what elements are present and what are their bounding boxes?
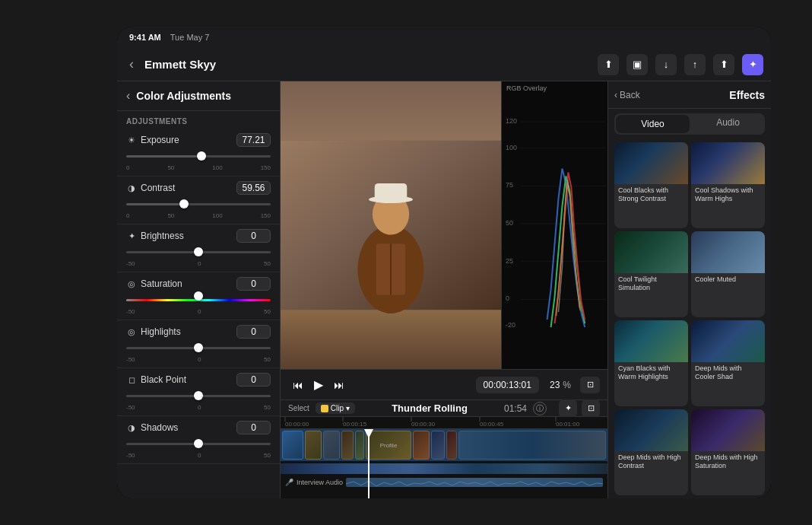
effect-cooler[interactable]: Cooler Muted: [691, 231, 765, 317]
saturation-slider[interactable]: [126, 293, 271, 307]
tab-audio-label: Audio: [716, 117, 740, 128]
clip-thumbnail: Profile: [366, 431, 411, 460]
clip-thumbnail: [282, 431, 303, 460]
clip-icon: [321, 405, 328, 412]
profile-label: Profile: [380, 442, 398, 449]
shadows-label: Shadows: [141, 422, 178, 433]
toolbar-icons: ⬆ ▣ ↓ ↑ ⬆ ✦: [598, 54, 763, 75]
project-title: Emmett Skyy: [144, 58, 592, 71]
black-point-label: Black Point: [141, 374, 186, 385]
exposure-header: ☀ Exposure 77.21: [126, 133, 271, 147]
effect-label: Cyan Blacks with Warm Highlights: [614, 362, 688, 384]
black-point-slider[interactable]: [126, 389, 271, 402]
timecode-display: 00:00:13:01: [476, 377, 539, 393]
svg-text:00:00:15: 00:00:15: [343, 421, 367, 428]
tab-video[interactable]: Video: [616, 115, 690, 133]
share-button[interactable]: ⬆: [598, 54, 619, 75]
play-button[interactable]: ▶: [314, 377, 323, 392]
view-toggle-button[interactable]: ⊡: [580, 377, 600, 393]
magic-wand-button[interactable]: ✦: [559, 399, 577, 418]
tab-audio[interactable]: Audio: [691, 113, 765, 135]
skip-back-button[interactable]: ⏮: [288, 376, 308, 394]
effect-deep-mids[interactable]: Deep Mids with Cooler Shad: [691, 320, 765, 406]
info-button[interactable]: ⓘ: [533, 402, 547, 415]
current-timecode: 00:00:13:01: [484, 380, 531, 390]
saturation-value[interactable]: 0: [236, 277, 271, 291]
skip-forward-button[interactable]: ⏭: [329, 376, 349, 394]
shadows-value[interactable]: 0: [236, 421, 271, 434]
waveform-svg: 120 100 75 50 25 0 -20: [502, 81, 607, 369]
brightness-value[interactable]: 0: [236, 229, 271, 243]
upload-icon: ↑: [693, 59, 698, 70]
playhead[interactable]: [368, 429, 370, 498]
svg-text:120: 120: [506, 117, 517, 125]
brightness-label: Brightness: [141, 231, 184, 241]
black-point-icon: ◻: [126, 374, 137, 385]
back-button[interactable]: ‹: [125, 53, 138, 75]
clip-thumbnail: [458, 431, 606, 460]
contrast-value[interactable]: 59.56: [236, 181, 271, 195]
shadows-slider-labels: -50 0 50: [126, 452, 271, 459]
app-toolbar: ‹ Emmett Skyy ⬆ ▣ ↓ ↑ ⬆ ✦: [117, 48, 771, 81]
highlights-value[interactable]: 0: [236, 325, 271, 339]
shadows-adjustment: ◑ Shadows 0 -50 0 50: [117, 416, 280, 464]
effect-cool-blacks[interactable]: Cool Blacks with Strong Contrast: [614, 142, 688, 228]
shadows-label-group: ◑ Shadows: [126, 422, 178, 433]
brightness-slider[interactable]: [126, 245, 271, 259]
black-point-value[interactable]: 0: [236, 373, 271, 387]
track-duration: 01:54: [504, 403, 527, 414]
effect-label: Deep Mids with High Contrast: [614, 451, 688, 473]
video-area: RGB Overlay 120 100 75 50 25 0 -20: [281, 81, 607, 369]
audio-waveform-svg: [346, 479, 603, 487]
contrast-icon: ◑: [126, 183, 137, 193]
black-point-label-group: ◻ Black Point: [126, 374, 186, 385]
clip-thumbnail: [446, 431, 457, 460]
upload-button[interactable]: ↑: [684, 54, 706, 75]
svg-text:50: 50: [506, 219, 513, 227]
brightness-icon: ✦: [126, 231, 137, 241]
scene-background: [281, 81, 501, 369]
effect-cyan-blacks[interactable]: Cyan Blacks with Warm Highlights: [614, 320, 688, 406]
video-frame-svg: [281, 81, 501, 369]
exposure-label: Exposure: [141, 135, 179, 145]
export-button[interactable]: ⬆: [713, 54, 734, 75]
contrast-label: Contrast: [141, 183, 175, 193]
shadows-icon: ◑: [126, 422, 137, 433]
mic-button[interactable]: ↓: [655, 54, 677, 75]
svg-text:25: 25: [506, 257, 513, 265]
camera-icon: ▣: [633, 59, 642, 70]
effect-cool-shadows[interactable]: Cool Shadows with Warm Highs: [691, 142, 765, 228]
shadows-slider[interactable]: [126, 437, 271, 450]
effect-twilight[interactable]: Cool Twilight Simulation: [614, 231, 688, 317]
effect-label: Cool Twilight Simulation: [614, 273, 688, 295]
svg-text:00:00:45: 00:00:45: [480, 421, 504, 428]
effects-back-button[interactable]: ‹ Back: [614, 90, 640, 100]
effect-deep-mids-hc[interactable]: Deep Mids with High Contrast: [614, 409, 688, 495]
brightness-adjustment: ✦ Brightness 0 -50 0 50: [117, 224, 280, 272]
clip-thumbnail: [413, 431, 430, 460]
contrast-adjustment: ◑ Contrast 59.56 0 50 100 150: [117, 177, 280, 224]
saturation-adjustment: ◎ Saturation 0 -50 0 50: [117, 272, 280, 320]
magic-button[interactable]: ✦: [742, 54, 763, 75]
camera-button[interactable]: ▣: [626, 54, 648, 75]
highlights-label-group: ◎ Highlights: [126, 326, 181, 337]
highlights-slider[interactable]: [126, 341, 271, 355]
highlights-icon: ◎: [126, 326, 137, 337]
exposure-value[interactable]: 77.21: [236, 133, 271, 147]
effect-deep-mids-hs[interactable]: Deep Mids with High Saturation: [691, 409, 765, 495]
zoom-unit: %: [563, 380, 571, 390]
effect-label: Deep Mids with Cooler Shad: [691, 362, 765, 384]
ruler-svg: 00:00:00 00:00:15 00:00:30 00:00:45 00:0…: [282, 417, 607, 429]
clip-button[interactable]: Clip ▾: [316, 402, 355, 414]
effects-tabs: Video Audio: [614, 113, 765, 135]
timeline-header: Select Clip ▾ Thunder Rolling 01:54 ⓘ ✦ …: [281, 400, 607, 417]
fullscreen-button[interactable]: ⊡: [582, 399, 600, 418]
waveform-label: RGB Overlay: [502, 81, 551, 95]
timeline-controls: ✦ ⊡: [559, 399, 600, 418]
exposure-slider[interactable]: [126, 149, 271, 163]
panel-back-button[interactable]: ‹: [126, 89, 130, 103]
svg-text:100: 100: [506, 144, 517, 151]
contrast-slider[interactable]: [126, 197, 271, 211]
effects-grid: Cool Blacks with Strong Contrast Cool Sh…: [608, 139, 771, 498]
device-frame: 9:41 AM Tue May 7 ‹ Emmett Skyy ⬆ ▣ ↓ ↑ …: [117, 27, 771, 498]
